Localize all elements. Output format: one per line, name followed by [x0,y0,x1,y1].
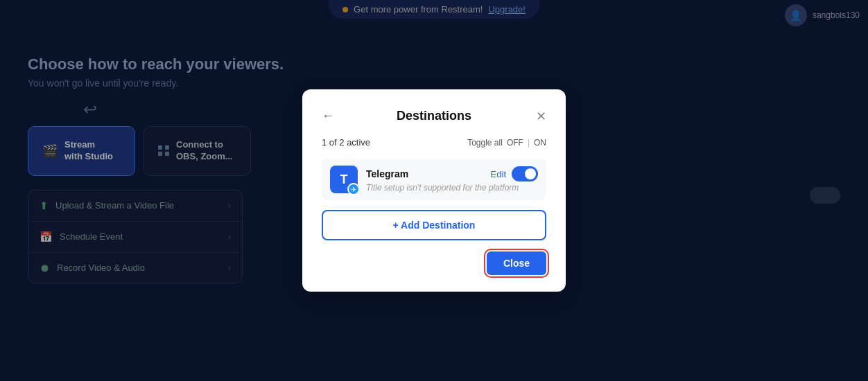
modal-close-x-button[interactable]: ✕ [536,110,546,123]
destination-name-row: Telegram Edit [366,166,538,181]
destination-name: Telegram [366,168,408,179]
toggle-on-label[interactable]: ON [534,138,546,148]
close-button[interactable]: Close [487,251,546,275]
destination-icon-wrap: T ✈ [330,166,358,193]
modal-title: Destinations [397,109,471,123]
destination-letter: T [340,172,348,187]
destination-subtitle: Title setup isn't supported for the plat… [366,183,538,193]
destination-edit-button[interactable]: Edit [491,169,506,179]
destination-info: Telegram Edit Title setup isn't supporte… [366,166,538,193]
add-destination-button[interactable]: + Add Destination [322,210,546,240]
destination-toggle[interactable] [512,166,538,181]
destinations-modal: ← Destinations ✕ 1 of 2 active Toggle al… [302,89,566,292]
toggle-divider: | [528,138,530,148]
toggle-all-group: Toggle all OFF | ON [467,138,546,148]
modal-header: ← Destinations ✕ [322,109,546,123]
active-status: 1 of 2 active [322,137,370,148]
status-row: 1 of 2 active Toggle all OFF | ON [322,137,546,148]
toggle-off-label[interactable]: OFF [507,138,523,148]
telegram-badge: ✈ [347,183,360,195]
destination-item-telegram: T ✈ Telegram Edit Title setup isn't supp… [322,159,546,200]
modal-footer: Close [322,251,546,275]
modal-backdrop: ← Destinations ✕ 1 of 2 active Toggle al… [0,0,868,381]
modal-back-button[interactable]: ← [322,109,334,123]
toggle-all-label: Toggle all [467,138,503,148]
